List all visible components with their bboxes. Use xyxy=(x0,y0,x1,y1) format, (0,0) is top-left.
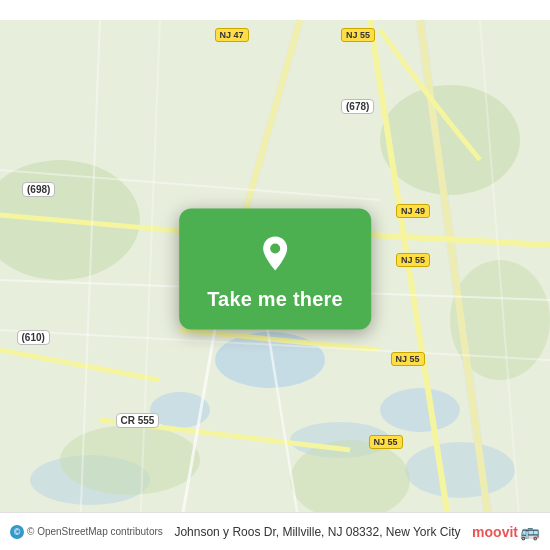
moovit-logo: moovit 🚌 xyxy=(472,522,540,541)
road-label-nj55c: NJ 55 xyxy=(391,352,425,366)
take-me-there-button[interactable]: Take me there xyxy=(207,288,343,311)
location-card: Take me there xyxy=(179,208,371,329)
osm-circle-icon: © xyxy=(10,525,24,539)
road-label-nj47: NJ 47 xyxy=(215,28,249,42)
svg-point-8 xyxy=(380,85,520,195)
road-label-cr555b: CR 555 xyxy=(116,413,160,428)
osm-text: © OpenStreetMap contributors xyxy=(27,526,163,537)
svg-point-31 xyxy=(270,243,280,253)
road-label-nj55d: NJ 55 xyxy=(369,435,403,449)
road-label-nj55b: NJ 55 xyxy=(396,253,430,267)
road-label-698: (698) xyxy=(22,182,55,197)
bottom-address: Johnson y Roos Dr, Millville, NJ 08332, … xyxy=(169,525,466,539)
map-container: NJ 47 NJ 55 (678) (698) NJ 49 NJ 55 CR 5… xyxy=(0,0,550,550)
svg-point-3 xyxy=(380,388,460,432)
road-label-610: (610) xyxy=(17,330,50,345)
svg-point-9 xyxy=(290,440,410,520)
road-label-nj49: NJ 49 xyxy=(396,204,430,218)
road-label-678: (678) xyxy=(341,99,374,114)
moovit-bus-icon: 🚌 xyxy=(520,522,540,541)
moovit-label: moovit xyxy=(472,524,518,540)
osm-logo: © © OpenStreetMap contributors xyxy=(10,525,163,539)
location-pin-icon xyxy=(249,226,301,278)
bottom-bar: © © OpenStreetMap contributors Johnson y… xyxy=(0,512,550,550)
road-label-nj55a: NJ 55 xyxy=(341,28,375,42)
svg-point-6 xyxy=(405,442,515,498)
